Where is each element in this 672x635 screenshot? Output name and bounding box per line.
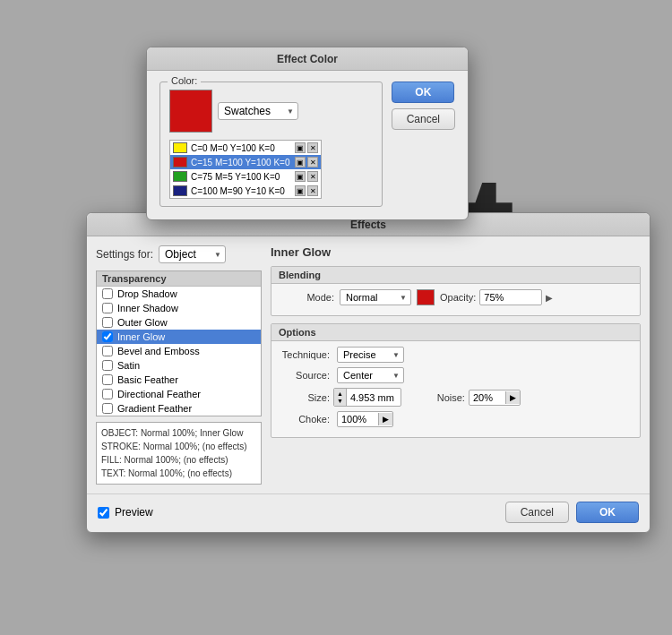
effect-color-dialog: Effect Color Color: Swatches C=0 M=0 Y=1… bbox=[146, 47, 469, 220]
bevel-emboss-checkbox[interactable] bbox=[102, 346, 113, 356]
inner-glow-title: Inner Glow bbox=[271, 245, 641, 259]
noise-input-wrapper: 20% ▶ bbox=[469, 390, 521, 406]
swatch-icon-a3: ▣ bbox=[295, 171, 306, 182]
effects-info-box: OBJECT: Normal 100%; Inner Glow STROKE: … bbox=[96, 422, 262, 485]
swatch-name-2: C=15 M=100 Y=100 K=0 bbox=[191, 158, 291, 167]
swatch-item-2[interactable]: C=15 M=100 Y=100 K=0 ▣ ✕ bbox=[170, 155, 321, 169]
effects-dialog: Effects Settings for: Object Transparenc… bbox=[86, 212, 650, 533]
inner-glow-label: Inner Glow bbox=[117, 331, 165, 342]
noise-label: Noise: bbox=[416, 392, 465, 403]
effect-inner-glow[interactable]: Inner Glow bbox=[97, 330, 261, 344]
blending-header: Blending bbox=[271, 267, 640, 284]
swatches-dropdown[interactable]: Swatches bbox=[218, 102, 298, 120]
basic-feather-checkbox[interactable] bbox=[102, 374, 113, 385]
effect-bevel-emboss[interactable]: Bevel and Emboss bbox=[97, 344, 261, 358]
effect-inner-shadow[interactable]: Inner Shadow bbox=[97, 301, 261, 315]
directional-feather-checkbox[interactable] bbox=[102, 389, 113, 399]
opacity-stepper[interactable]: ▶ bbox=[546, 293, 553, 303]
satin-checkbox[interactable] bbox=[102, 360, 113, 371]
bevel-emboss-label: Bevel and Emboss bbox=[117, 346, 200, 356]
swatch-icon-b4: ✕ bbox=[307, 185, 318, 196]
preview-checkbox[interactable] bbox=[98, 507, 109, 519]
mode-dropdown[interactable]: Normal bbox=[340, 289, 411, 305]
choke-input-wrapper: 100% ▶ bbox=[337, 411, 393, 427]
directional-feather-label: Directional Feather bbox=[117, 389, 201, 399]
source-label: Source: bbox=[280, 370, 330, 381]
inner-shadow-checkbox[interactable] bbox=[102, 303, 113, 313]
swatch-icons-3: ▣ ✕ bbox=[295, 171, 318, 182]
mode-label: Mode: bbox=[280, 292, 334, 303]
outer-glow-label: Outer Glow bbox=[117, 317, 168, 328]
blending-color-swatch[interactable] bbox=[417, 289, 435, 305]
technique-dropdown[interactable]: Precise bbox=[337, 347, 404, 363]
swatch-icon-b2: ✕ bbox=[307, 157, 318, 167]
size-input-wrapper: ▲ ▼ 4.953 mm bbox=[333, 388, 401, 407]
size-noise-row: Size: ▲ ▼ 4.953 mm Noise: bbox=[280, 388, 631, 407]
inner-glow-checkbox[interactable] bbox=[102, 331, 113, 342]
preview-row: Preview bbox=[98, 506, 153, 519]
effect-basic-feather[interactable]: Basic Feather bbox=[97, 373, 261, 387]
technique-dropdown-wrapper[interactable]: Precise bbox=[337, 347, 404, 363]
opacity-label: Opacity: bbox=[440, 292, 476, 303]
source-dropdown[interactable]: Center bbox=[337, 367, 404, 383]
drop-shadow-checkbox[interactable] bbox=[102, 288, 113, 299]
info-line-2: STROKE: Normal 100%; (no effects) bbox=[101, 440, 256, 453]
size-label: Size: bbox=[280, 392, 330, 403]
outer-glow-checkbox[interactable] bbox=[102, 317, 113, 328]
gradient-feather-label: Gradient Feather bbox=[117, 403, 192, 414]
effect-color-buttons: OK Cancel bbox=[392, 82, 455, 130]
size-up-icon: ▲ bbox=[337, 390, 343, 397]
color-row-controls: Swatches bbox=[169, 90, 373, 133]
effects-cancel-button[interactable]: Cancel bbox=[505, 502, 569, 523]
swatch-color-3 bbox=[173, 171, 187, 182]
size-value: 4.953 mm bbox=[347, 390, 401, 405]
opacity-row: Opacity: ▶ bbox=[440, 289, 553, 305]
choke-stepper[interactable]: ▶ bbox=[378, 413, 392, 425]
swatch-icon-a2: ▣ bbox=[295, 157, 306, 167]
effect-color-cancel-button[interactable]: Cancel bbox=[392, 108, 455, 130]
inner-shadow-label: Inner Shadow bbox=[117, 303, 178, 313]
choke-value: 100% bbox=[338, 412, 378, 426]
swatch-name-4: C=100 M=90 Y=10 K=0 bbox=[191, 186, 291, 196]
effect-satin[interactable]: Satin bbox=[97, 358, 261, 373]
color-group: Color: Swatches C=0 M=0 Y=100 K=0 ▣ ✕ bbox=[159, 82, 383, 207]
technique-label: Technique: bbox=[280, 349, 330, 360]
gradient-feather-checkbox[interactable] bbox=[102, 403, 113, 414]
settings-for-dropdown[interactable]: Object bbox=[159, 245, 226, 263]
swatch-item-4[interactable]: C=100 M=90 Y=10 K=0 ▣ ✕ bbox=[170, 184, 321, 198]
swatch-icon-b3: ✕ bbox=[307, 171, 318, 182]
satin-label: Satin bbox=[117, 360, 140, 371]
source-dropdown-wrapper[interactable]: Center bbox=[337, 367, 404, 383]
swatch-icon-a4: ▣ bbox=[295, 185, 306, 196]
swatches-dropdown-wrapper[interactable]: Swatches bbox=[218, 102, 298, 120]
transparency-header: Transparency bbox=[97, 271, 261, 287]
swatch-color-4 bbox=[173, 185, 187, 196]
swatch-icons-4: ▣ ✕ bbox=[295, 185, 318, 196]
swatch-item-1[interactable]: C=0 M=0 Y=100 K=0 ▣ ✕ bbox=[170, 141, 321, 155]
effect-gradient-feather[interactable]: Gradient Feather bbox=[97, 401, 261, 416]
drop-shadow-label: Drop Shadow bbox=[117, 288, 177, 299]
noise-value: 20% bbox=[470, 390, 505, 405]
size-stepper-btn[interactable]: ▲ ▼ bbox=[334, 389, 347, 406]
effects-ok-button[interactable]: OK bbox=[576, 502, 639, 523]
opacity-input[interactable] bbox=[479, 289, 542, 305]
effect-outer-glow[interactable]: Outer Glow bbox=[97, 315, 261, 330]
swatch-icon-a1: ▣ bbox=[295, 142, 306, 153]
effects-left-panel: Settings for: Object Transparency Drop S… bbox=[96, 245, 262, 485]
mode-dropdown-wrapper[interactable]: Normal bbox=[340, 289, 411, 305]
effect-drop-shadow[interactable]: Drop Shadow bbox=[97, 287, 261, 301]
options-section: Options Technique: Precise Source: bbox=[271, 323, 641, 438]
swatch-item-3[interactable]: C=75 M=5 Y=100 K=0 ▣ ✕ bbox=[170, 169, 321, 184]
size-down-icon: ▼ bbox=[337, 398, 343, 404]
effects-footer: Preview Cancel OK bbox=[87, 493, 650, 532]
effects-right-panel: Inner Glow Blending Mode: Normal bbox=[271, 245, 641, 485]
footer-buttons: Cancel OK bbox=[505, 502, 639, 523]
info-line-4: TEXT: Normal 100%; (no effects) bbox=[101, 467, 256, 480]
color-preview[interactable] bbox=[169, 90, 212, 133]
choke-row: Choke: 100% ▶ bbox=[280, 411, 631, 427]
effect-directional-feather[interactable]: Directional Feather bbox=[97, 387, 261, 401]
effect-color-ok-button[interactable]: OK bbox=[392, 82, 454, 103]
noise-stepper[interactable]: ▶ bbox=[505, 391, 520, 404]
settings-for-dropdown-wrapper[interactable]: Object bbox=[159, 245, 226, 263]
effect-color-title: Effect Color bbox=[147, 47, 468, 71]
